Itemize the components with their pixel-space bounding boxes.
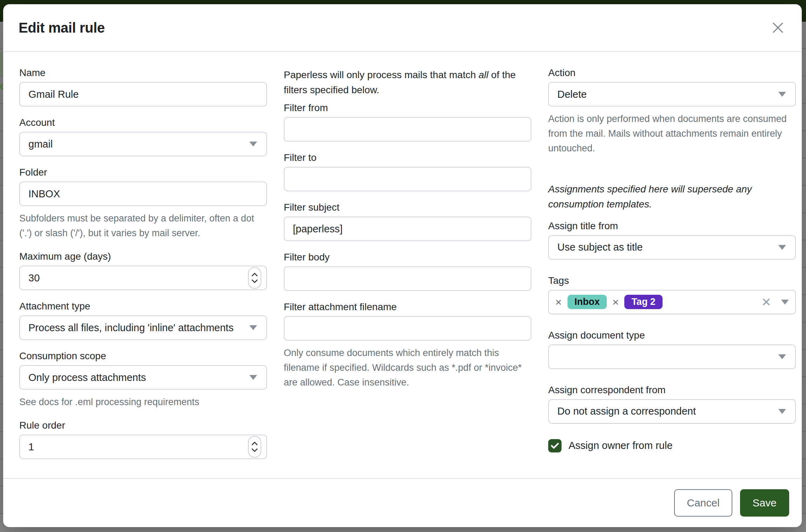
filter-body-field-group: Filter body — [284, 252, 531, 291]
chevron-down-icon — [249, 142, 257, 146]
tags-field-group: Tags × Inbox × Tag 2 ✕ — [548, 275, 796, 314]
action-value: Delete — [557, 89, 587, 100]
dialog-footer: Cancel Save — [3, 478, 802, 527]
assignments-note: Assignments specified here will supersed… — [548, 182, 796, 212]
filter-to-label: Filter to — [284, 152, 531, 163]
filter-subject-field-group: Filter subject [paperless] — [284, 202, 531, 241]
assign-owner-row: Assign owner from rule — [548, 439, 796, 452]
max-age-stepper[interactable] — [248, 267, 261, 289]
filter-from-field-group: Filter from — [284, 102, 531, 142]
filter-body-input[interactable] — [284, 266, 531, 291]
chevron-down-icon — [778, 92, 786, 97]
clear-tags-icon[interactable]: ✕ — [761, 296, 772, 308]
checkmark-icon — [551, 442, 559, 449]
cancel-button[interactable]: Cancel — [674, 489, 732, 517]
consumption-scope-field-group: Consumption scope Only process attachmen… — [19, 350, 267, 409]
max-age-value: 30 — [28, 272, 40, 284]
filter-from-input[interactable] — [284, 117, 531, 142]
tags-select[interactable]: × Inbox × Tag 2 ✕ — [548, 290, 796, 314]
column-general: Name Gmail Rule Account gmail Folder INB… — [19, 67, 267, 478]
filter-subject-input[interactable]: [paperless] — [284, 217, 531, 241]
filter-to-input[interactable] — [284, 167, 531, 191]
consumption-scope-select[interactable]: Only process attachments — [19, 365, 267, 390]
page-background-left — [0, 22, 3, 532]
rule-order-field-group: Rule order 1 — [19, 420, 267, 459]
chevron-up-icon — [251, 442, 258, 445]
assign-title-value: Use subject as title — [557, 241, 643, 253]
save-button[interactable]: Save — [740, 489, 789, 517]
name-label: Name — [19, 67, 267, 79]
intro-emphasis: all — [479, 69, 489, 80]
filter-subject-label: Filter subject — [284, 202, 531, 213]
folder-label: Folder — [19, 167, 267, 178]
tag-remove-icon[interactable]: × — [612, 296, 619, 308]
assign-correspondent-select[interactable]: Do not assign a correspondent — [548, 399, 796, 424]
assign-owner-checkbox[interactable] — [548, 439, 562, 452]
assign-title-label: Assign title from — [548, 220, 796, 232]
tag-chip: Tag 2 — [624, 295, 663, 309]
column-actions: Action Delete Action is only performed w… — [548, 67, 796, 478]
column-filters: Paperless will only process mails that m… — [284, 67, 531, 478]
account-value: gmail — [28, 138, 53, 150]
tags-controls: ✕ — [761, 296, 789, 308]
chevron-down-icon — [778, 409, 786, 414]
tag-remove-icon[interactable]: × — [555, 296, 562, 308]
assign-correspondent-field-group: Assign correspondent from Do not assign … — [548, 384, 796, 424]
assign-title-select[interactable]: Use subject as title — [548, 235, 796, 260]
rule-order-input[interactable]: 1 — [19, 435, 267, 459]
folder-input[interactable]: INBOX — [19, 182, 267, 206]
close-button[interactable] — [770, 19, 786, 36]
chevron-down-icon — [251, 448, 258, 452]
chevron-down-icon — [778, 245, 786, 250]
max-age-input[interactable]: 30 — [19, 266, 267, 290]
filter-subject-value: [paperless] — [293, 223, 343, 235]
tag-chip: Inbox — [567, 295, 607, 309]
assign-doctype-select[interactable] — [548, 345, 796, 369]
edit-mail-rule-dialog: Edit mail rule Name Gmail Rule Account g… — [3, 4, 802, 527]
assign-doctype-label: Assign document type — [548, 330, 796, 341]
consumption-help-text: See docs for .eml processing requirement… — [19, 395, 267, 409]
filter-filename-field-group: Filter attachment filename Only consume … — [284, 301, 531, 390]
page-background-right — [802, 22, 806, 532]
action-select[interactable]: Delete — [548, 82, 796, 107]
close-icon — [771, 21, 785, 34]
rule-order-value: 1 — [28, 441, 34, 453]
filename-help-text: Only consume documents which entirely ma… — [284, 346, 531, 390]
account-field-group: Account gmail — [19, 117, 267, 156]
chevron-down-icon — [251, 279, 258, 283]
action-label: Action — [548, 67, 796, 79]
assign-correspondent-label: Assign correspondent from — [548, 384, 796, 396]
account-label: Account — [19, 117, 267, 128]
consumption-scope-value: Only process attachments — [28, 372, 146, 383]
dialog-header: Edit mail rule — [3, 4, 802, 52]
dialog-body: Name Gmail Rule Account gmail Folder INB… — [3, 52, 802, 478]
filter-to-field-group: Filter to — [284, 152, 531, 191]
name-field-group: Name Gmail Rule — [19, 67, 267, 107]
max-age-field-group: Maximum age (days) 30 — [19, 251, 267, 290]
filter-filename-input[interactable] — [284, 316, 531, 341]
chevron-down-icon — [249, 375, 257, 380]
assign-owner-label: Assign owner from rule — [569, 440, 673, 451]
dialog-title: Edit mail rule — [19, 20, 105, 36]
name-input[interactable]: Gmail Rule — [19, 82, 267, 107]
attachment-type-label: Attachment type — [19, 301, 267, 312]
assign-title-field-group: Assign title from Use subject as title — [548, 220, 796, 260]
attachment-type-select[interactable]: Process all files, including 'inline' at… — [19, 315, 267, 340]
account-select[interactable]: gmail — [19, 132, 267, 156]
filter-from-label: Filter from — [284, 102, 531, 114]
rule-order-stepper[interactable] — [248, 436, 261, 458]
filters-intro-text: Paperless will only process mails that m… — [284, 67, 531, 97]
action-help-text: Action is only performed when documents … — [548, 111, 796, 156]
tags-label: Tags — [548, 275, 796, 286]
attachment-type-field-group: Attachment type Process all files, inclu… — [19, 301, 267, 340]
chevron-down-icon — [249, 325, 257, 330]
chevron-up-icon — [251, 273, 258, 277]
action-field-group: Action Delete Action is only performed w… — [548, 67, 796, 156]
folder-help-text: Subfolders must be separated by a delimi… — [19, 211, 267, 240]
chevron-down-icon — [781, 300, 789, 305]
consumption-scope-label: Consumption scope — [19, 350, 267, 362]
attachment-type-value: Process all files, including 'inline' at… — [28, 322, 234, 334]
tags-inner: × Inbox × Tag 2 ✕ — [555, 295, 789, 309]
max-age-label: Maximum age (days) — [19, 251, 267, 262]
folder-field-group: Folder INBOX Subfolders must be separate… — [19, 167, 267, 240]
